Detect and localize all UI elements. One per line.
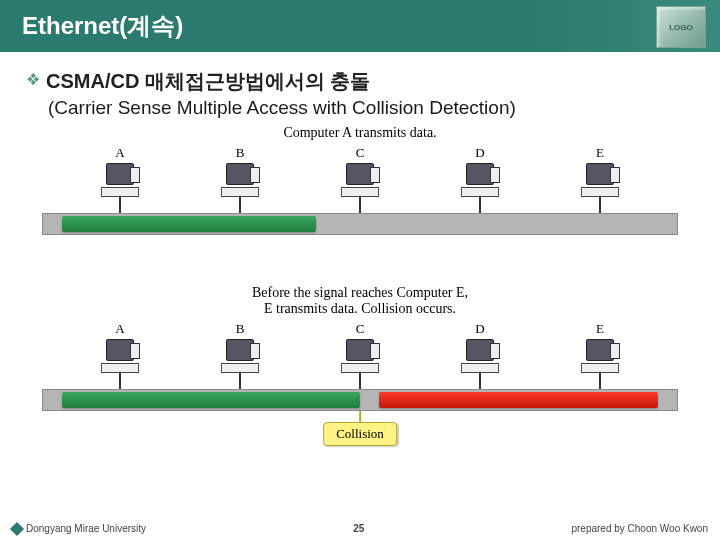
computer-node: B: [210, 321, 270, 391]
footer-left: Dongyang Mirae University: [12, 523, 146, 534]
collision-label: Collision: [323, 422, 397, 446]
signal-a-arrow: [62, 392, 360, 408]
signal-a-arrow: [62, 216, 316, 232]
title-bar: Ethernet(계속) LOGO: [0, 0, 720, 52]
content-area: ❖ CSMA/CD 매체접근방법에서의 충돌 (Carrier Sense Mu…: [0, 52, 720, 451]
node-label: B: [236, 321, 245, 337]
diagram-bus-2: A B C D: [42, 321, 678, 451]
diagram-bus-1: A B C D: [42, 145, 678, 275]
node-label: A: [115, 321, 124, 337]
computer-node: E: [570, 321, 630, 391]
computer-node: C: [330, 321, 390, 391]
computer-node: A: [90, 321, 150, 391]
diamond-bullet-icon: ❖: [26, 68, 40, 92]
computer-icon: [458, 339, 502, 373]
node-label: E: [596, 145, 604, 161]
computer-icon: [338, 339, 382, 373]
node-label: A: [115, 145, 124, 161]
footer-author: prepared by Choon Woo Kwon: [571, 523, 708, 534]
heading-row: ❖ CSMA/CD 매체접근방법에서의 충돌: [26, 68, 694, 95]
computer-icon: [218, 339, 262, 373]
section-heading: CSMA/CD 매체접근방법에서의 충돌: [46, 68, 370, 95]
computer-icon: [458, 163, 502, 197]
computer-node: C: [330, 145, 390, 215]
footer-university: Dongyang Mirae University: [26, 523, 146, 534]
diagram-caption-1: Computer A transmits data.: [42, 125, 678, 141]
diagram-caption-2: Before the signal reaches Computer E, E …: [42, 285, 678, 317]
computer-icon: [218, 163, 262, 197]
bus-cable: [42, 213, 678, 235]
bus-cable: Collision: [42, 389, 678, 411]
node-label: E: [596, 321, 604, 337]
computer-node: B: [210, 145, 270, 215]
computer-node: E: [570, 145, 630, 215]
node-label: D: [475, 145, 484, 161]
diamond-icon: [10, 521, 24, 535]
node-label: C: [356, 321, 365, 337]
computer-icon: [578, 163, 622, 197]
node-label: D: [475, 321, 484, 337]
computer-row: A B C D: [42, 321, 678, 391]
page-number: 25: [146, 523, 571, 534]
section-subheading: (Carrier Sense Multiple Access with Coll…: [48, 97, 694, 119]
computer-icon: [338, 163, 382, 197]
diagram-area: Computer A transmits data. A B C: [26, 125, 694, 451]
computer-row: A B C D: [42, 145, 678, 215]
node-label: C: [356, 145, 365, 161]
caption-line: Before the signal reaches Computer E,: [252, 285, 468, 300]
logo-badge: LOGO: [656, 6, 706, 48]
computer-node: A: [90, 145, 150, 215]
slide-title: Ethernet(계속): [22, 10, 183, 42]
node-label: B: [236, 145, 245, 161]
computer-node: D: [450, 321, 510, 391]
computer-node: D: [450, 145, 510, 215]
caption-line: E transmits data. Collision occurs.: [264, 301, 456, 316]
computer-icon: [578, 339, 622, 373]
computer-icon: [98, 339, 142, 373]
computer-icon: [98, 163, 142, 197]
footer: Dongyang Mirae University 25 prepared by…: [0, 523, 720, 534]
signal-e-arrow: [379, 392, 658, 408]
